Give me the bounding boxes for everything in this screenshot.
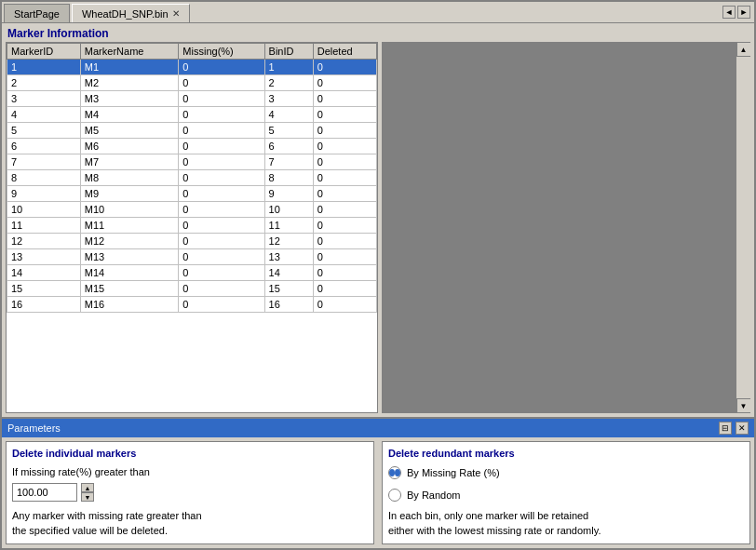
main-content: Marker Information MarkerID MarkerName M… — [2, 22, 754, 548]
radio-missing-rate-circle[interactable] — [388, 466, 401, 479]
cell-deleted: 0 — [313, 170, 376, 186]
cell-id: 3 — [7, 91, 81, 107]
table-row[interactable]: 13M130130 — [7, 249, 377, 265]
tab-scroll-left-btn[interactable]: ◄ — [722, 6, 736, 19]
parameters-panel: Parameters ⊟ ✕ Delete individual markers… — [2, 417, 754, 548]
missing-rate-input-row: ▲ ▼ — [12, 483, 368, 502]
cell-missing: 0 — [179, 154, 264, 170]
cell-name: M13 — [80, 249, 179, 265]
cell-binid: 5 — [264, 123, 313, 139]
cell-binid: 14 — [264, 265, 313, 281]
tab-startpage[interactable]: StartPage — [4, 4, 70, 22]
table-row[interactable]: 15M150150 — [7, 281, 377, 297]
cell-missing: 0 — [179, 234, 264, 249]
cell-deleted: 0 — [313, 249, 376, 265]
scroll-up-btn[interactable]: ▲ — [736, 42, 751, 57]
cell-name: M12 — [80, 234, 179, 249]
cell-deleted: 0 — [313, 218, 376, 234]
cell-missing: 0 — [179, 170, 264, 186]
table-row[interactable]: 3M3030 — [7, 91, 377, 107]
cell-binid: 12 — [264, 234, 313, 249]
scroll-track[interactable] — [736, 57, 750, 398]
parameters-header-buttons: ⊟ ✕ — [719, 422, 749, 435]
cell-deleted: 0 — [313, 265, 376, 281]
cell-deleted: 0 — [313, 202, 376, 218]
cell-name: M3 — [80, 91, 179, 107]
cell-id: 7 — [7, 154, 81, 170]
table-row[interactable]: 12M120120 — [7, 234, 377, 249]
table-row[interactable]: 10M100100 — [7, 202, 377, 218]
cell-name: M2 — [80, 75, 179, 91]
cell-binid: 16 — [264, 297, 313, 313]
parameters-header: Parameters ⊟ ✕ — [2, 419, 754, 437]
marker-info-section: Marker Information MarkerID MarkerName M… — [2, 23, 754, 417]
table-row[interactable]: 7M7070 — [7, 154, 377, 170]
parameters-content: Delete individual markers If missing rat… — [2, 437, 754, 548]
cell-binid: 8 — [264, 170, 313, 186]
scroll-down-btn[interactable]: ▼ — [736, 398, 751, 413]
cell-id: 14 — [7, 265, 81, 281]
cell-deleted: 0 — [313, 75, 376, 91]
delete-individual-section: Delete individual markers If missing rat… — [6, 441, 374, 544]
cell-deleted: 0 — [313, 281, 376, 297]
cell-binid: 10 — [264, 202, 313, 218]
spin-down-btn[interactable]: ▼ — [81, 492, 94, 502]
cell-id: 11 — [7, 218, 81, 234]
col-binid: BinID — [264, 44, 313, 60]
cell-missing: 0 — [179, 91, 264, 107]
cell-name: M9 — [80, 186, 179, 202]
table-row[interactable]: 9M9090 — [7, 186, 377, 202]
redundant-note-line1: In each bin, only one marker will be ret… — [388, 510, 588, 521]
col-markername: MarkerName — [80, 44, 179, 60]
missing-rate-label: If missing rate(%) greater than — [12, 466, 368, 477]
radio-group: By Missing Rate (%) By Random — [388, 466, 744, 502]
marker-table: MarkerID MarkerName Missing(%) BinID Del… — [7, 43, 377, 313]
scrollbar-vertical: ▲ ▼ — [736, 42, 750, 413]
radio-missing-rate[interactable]: By Missing Rate (%) — [388, 466, 744, 479]
table-row[interactable]: 14M140140 — [7, 265, 377, 281]
visualization-panel: ▲ ▼ — [382, 42, 750, 413]
cell-binid: 1 — [264, 60, 313, 75]
missing-rate-input[interactable] — [12, 483, 77, 502]
cell-missing: 0 — [179, 186, 264, 202]
table-row[interactable]: 2M2020 — [7, 75, 377, 91]
cell-missing: 0 — [179, 249, 264, 265]
spin-up-btn[interactable]: ▲ — [81, 483, 94, 492]
missing-rate-note: Any marker with missing rate greater tha… — [12, 509, 368, 538]
table-row[interactable]: 16M160160 — [7, 297, 377, 313]
cell-binid: 3 — [264, 91, 313, 107]
table-row[interactable]: 11M110110 — [7, 218, 377, 234]
redundant-note-line2: either with the lowest missing rate or r… — [388, 525, 601, 536]
radio-random[interactable]: By Random — [388, 489, 744, 502]
cell-name: M16 — [80, 297, 179, 313]
cell-missing: 0 — [179, 75, 264, 91]
cell-id: 1 — [7, 60, 81, 75]
dock-button[interactable]: ⊟ — [719, 422, 732, 435]
table-row[interactable]: 1M1010 — [7, 60, 377, 75]
cell-name: M15 — [80, 281, 179, 297]
cell-name: M10 — [80, 202, 179, 218]
tab-scroll-right-btn[interactable]: ► — [737, 6, 750, 19]
cell-missing: 0 — [179, 297, 264, 313]
cell-missing: 0 — [179, 218, 264, 234]
cell-deleted: 0 — [313, 91, 376, 107]
data-table-container: MarkerID MarkerName Missing(%) BinID Del… — [6, 42, 378, 413]
cell-deleted: 0 — [313, 234, 376, 249]
tab-close-icon[interactable]: ✕ — [172, 8, 180, 19]
cell-id: 2 — [7, 75, 81, 91]
table-row[interactable]: 6M6060 — [7, 139, 377, 154]
col-deleted: Deleted — [313, 44, 376, 60]
parameters-title: Parameters — [7, 423, 61, 434]
cell-missing: 0 — [179, 202, 264, 218]
col-missing: Missing(%) — [179, 44, 264, 60]
table-row[interactable]: 8M8080 — [7, 170, 377, 186]
radio-random-circle[interactable] — [388, 489, 401, 502]
close-params-button[interactable]: ✕ — [736, 422, 749, 435]
cell-missing: 0 — [179, 281, 264, 297]
cell-id: 12 — [7, 234, 81, 249]
tab-bar-controls: ◄ ► — [722, 6, 750, 19]
table-row[interactable]: 5M5050 — [7, 123, 377, 139]
table-row[interactable]: 4M4040 — [7, 107, 377, 123]
tab-wheatdh[interactable]: WheatDH_SNP.bin ✕ — [72, 4, 190, 22]
tab-startpage-label: StartPage — [14, 8, 60, 20]
